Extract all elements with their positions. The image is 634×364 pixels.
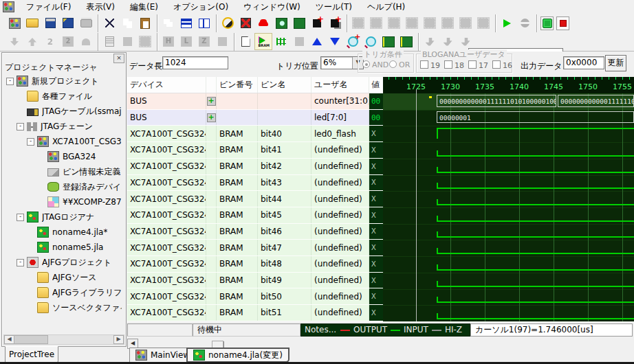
update-button[interactable]: 更新 <box>605 55 626 71</box>
data-length-input[interactable]: 1024 <box>162 56 228 69</box>
signal-up-button[interactable] <box>308 33 326 50</box>
new-waveform-button[interactable] <box>237 33 254 50</box>
signal-low <box>437 318 634 319</box>
col-header[interactable]: ピン番号 <box>217 77 258 93</box>
menu-item[interactable]: オプション(O) <box>166 1 236 13</box>
table-row[interactable]: XC7A100T_CSG324BRAMbit41(undefined)X <box>127 142 383 159</box>
table-row[interactable]: XC7A100T_CSG324BRAMbit49(undefined)X <box>127 273 383 289</box>
menu-item[interactable]: ファイル(F) <box>19 1 78 13</box>
jump-next-edge-button[interactable] <box>380 33 397 50</box>
bus-expand-icon[interactable]: + <box>207 113 216 122</box>
bus-expand-icon[interactable]: + <box>207 97 216 106</box>
paste-button[interactable] <box>136 14 154 32</box>
blogana-checkbox-19[interactable]: 19 <box>420 61 440 70</box>
tree-expander-icon[interactable]: - <box>27 138 34 146</box>
tree-expander-icon[interactable]: - <box>6 78 14 85</box>
col-header[interactable]: ピン名 <box>258 77 311 93</box>
jump-prev-edge-button[interactable] <box>397 33 415 50</box>
tab-projecttree[interactable]: ProjectTree <box>5 346 58 363</box>
waveform-body: 0000000000001111110101000001000000000000… <box>383 93 634 321</box>
run-capture-button[interactable] <box>498 14 516 32</box>
tree-item[interactable]: noname5.jla <box>3 240 122 255</box>
open-file-button[interactable] <box>23 14 41 32</box>
table-row[interactable]: BUS+counter[31:0]00 <box>127 93 383 110</box>
save-button[interactable] <box>41 14 59 32</box>
notes-label[interactable]: Notes... <box>305 324 336 336</box>
table-row[interactable]: XC7A100T_CSG324BRAMbit45(undefined)X <box>127 207 383 224</box>
copy-button[interactable] <box>118 14 136 32</box>
tree-item[interactable]: -JTAGロジアナ <box>3 209 122 225</box>
tree-item[interactable]: -JTAGチェーン <box>3 119 122 134</box>
erase-icon <box>82 38 90 45</box>
waveform-area[interactable]: 1725173017351740174517501755 00000000000… <box>383 77 634 321</box>
zoom-in-button[interactable] <box>344 33 362 50</box>
board-query-button[interactable] <box>290 14 308 32</box>
tree-item[interactable]: ¥¥XCOMP-Z87 <box>3 194 122 209</box>
tree-expander-icon[interactable]: - <box>17 259 24 266</box>
save-as-button[interactable] <box>59 14 77 32</box>
probe-connect-button[interactable] <box>219 14 237 32</box>
table-row[interactable]: XC7A100T_CSG324BRAMbit51(undefined)X <box>127 305 383 321</box>
tile-vertical-button[interactable] <box>195 14 213 32</box>
tree-item[interactable]: BGA324 <box>3 149 122 164</box>
new-project-button[interactable] <box>6 14 23 32</box>
add-device-list-button[interactable] <box>326 14 344 32</box>
table-row[interactable]: XC7A100T_CSG324BRAMbit44(undefined)X <box>127 191 383 207</box>
tree-item[interactable]: AJFGソース <box>3 270 122 285</box>
table-row[interactable]: XC7A100T_CSG324BRAMbit50(undefined)X <box>127 288 383 305</box>
table-row[interactable]: XC7A100T_CSG324BRAMbit40led0_flashX <box>127 126 383 142</box>
bram-view-button[interactable] <box>254 33 272 50</box>
menu-item[interactable]: 表示(V) <box>78 1 122 13</box>
logic-analyzer-toggle[interactable] <box>540 16 554 30</box>
table-row[interactable]: BUS+led[7:0]00 <box>127 110 383 126</box>
tree-item[interactable]: AJFGライブラリファイル <box>3 285 122 300</box>
table-row[interactable]: XC7A100T_CSG324BRAMbit46(undefined)X <box>127 224 383 240</box>
tree-item[interactable]: -新規プロジェクト <box>3 73 122 89</box>
table-row[interactable]: XC7A100T_CSG324BRAMbit48(undefined)X <box>127 256 383 273</box>
tree-horizontal-scrollbar[interactable]: ◀ ▶ <box>3 334 124 345</box>
record-toggle[interactable] <box>556 16 569 30</box>
tile-horizontal-button[interactable] <box>177 14 195 32</box>
output-data-input[interactable]: 0x0000 <box>563 56 604 69</box>
tree-item[interactable]: -XC7A100T_CSG324 <box>3 134 122 149</box>
tab-noname4-jla[interactable]: noname4.jla(変更) <box>186 348 289 363</box>
cell-pin-name: bit42 <box>258 159 311 174</box>
cascade-windows-button[interactable] <box>160 14 177 32</box>
wave-view-button[interactable] <box>272 33 290 50</box>
tree-item[interactable]: ピン情報未定義 <box>3 164 122 179</box>
tree-item[interactable]: -AJFGプロジェクト <box>3 255 122 270</box>
radio-or[interactable]: OR <box>389 60 410 69</box>
blogana-checkbox-17[interactable]: 17 <box>468 61 488 70</box>
table-row[interactable]: XC7A100T_CSG324BRAMbit43(undefined)X <box>127 175 383 192</box>
tree-item[interactable]: 登録済みデバイス <box>3 179 122 194</box>
scroll-left-icon[interactable]: ◀ <box>4 335 14 344</box>
menu-item[interactable]: 編集(E) <box>122 1 166 13</box>
zoom-out-button[interactable] <box>362 33 380 50</box>
signal-down-button[interactable] <box>326 33 344 50</box>
probe-disconnect-button[interactable] <box>237 14 254 32</box>
table-row[interactable]: XC7A100T_CSG324BRAMbit47(undefined)X <box>127 240 383 256</box>
menu-item[interactable]: ツール(T) <box>308 1 360 13</box>
add-device-button[interactable] <box>308 14 326 32</box>
col-header[interactable]: 値 <box>369 77 383 93</box>
tree-expander-icon[interactable]: - <box>17 214 24 221</box>
cursor-line[interactable] <box>416 89 417 321</box>
radio-and[interactable]: AND <box>362 60 389 69</box>
scrollbar-thumb[interactable] <box>14 335 48 344</box>
cut-button[interactable] <box>100 14 118 32</box>
blogana-checkbox-18[interactable]: 18 <box>444 61 464 70</box>
col-header[interactable]: ユーザ名 <box>311 77 369 93</box>
scroll-right-icon[interactable]: ▶ <box>113 335 124 344</box>
menu-item[interactable]: ヘルプ(H) <box>360 1 413 13</box>
table-row[interactable]: XC7A100T_CSG324BRAMbit42(undefined)X <box>127 159 383 175</box>
tree-item[interactable]: JTAGケーブル(ssmaj) <box>3 104 122 119</box>
reset-button[interactable] <box>254 14 272 32</box>
scan-board-button[interactable] <box>272 14 290 32</box>
tree-item[interactable]: 各種ファイル <box>3 89 122 104</box>
tree-expander-icon[interactable]: - <box>17 123 24 130</box>
blogana-checkbox-16[interactable]: 16 <box>492 61 512 70</box>
col-header-device[interactable]: デバイス <box>127 77 206 93</box>
tree-item[interactable]: noname4.jla* <box>3 225 122 240</box>
menu-item[interactable]: ウィンドウ(W) <box>236 1 308 13</box>
tree-item[interactable]: ソースベクタファイル <box>3 300 122 315</box>
